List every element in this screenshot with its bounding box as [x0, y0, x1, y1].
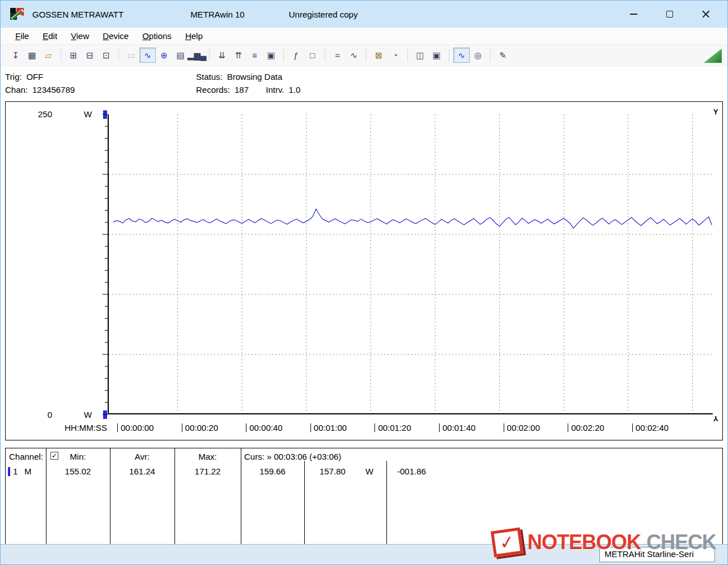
timer-button[interactable]: ◔ — [387, 48, 403, 63]
save-button[interactable]: ▦ — [24, 48, 40, 63]
x-tick-label: 00:00:20 — [182, 423, 218, 433]
table-divider — [386, 461, 387, 545]
toolbar: ↧▦▱⊞⊟⊡▭∿⊕▤▂▆▄⇊⇈≡▣ƒ□≈∿⊠◔◫▣∿◎✎ — [1, 45, 727, 66]
power-line-series — [113, 209, 712, 228]
magnifier-icon: ◎ — [474, 51, 482, 59]
menu-item-file[interactable]: File — [8, 29, 36, 43]
function-icon: ƒ — [293, 51, 298, 59]
toolbar-separator — [490, 49, 491, 62]
pc-display-button[interactable]: □ — [304, 48, 321, 63]
intrv-label: Intrv. — [266, 83, 284, 96]
x-tick-mark — [310, 423, 311, 432]
col-header-cursor: Curs: » 00:03:06 (+03:06) — [244, 452, 341, 461]
y-axis-zoom-handle-top[interactable]: Y — [713, 108, 718, 116]
toolbar-separator — [283, 49, 284, 62]
intrv-value: 1.0 — [288, 83, 300, 96]
x-tick-label: 00:02:00 — [504, 423, 540, 433]
keyboard-icon: ▭ — [127, 51, 135, 59]
export-file-button[interactable]: ⊡ — [98, 48, 114, 63]
menu-bar: FileEditViewDeviceOptionsHelp — [1, 28, 727, 45]
x-tick-label: 00:00:00 — [117, 423, 154, 433]
y-unit-top: W — [84, 109, 92, 119]
menu-item-help[interactable]: Help — [178, 29, 210, 43]
zoom-time-button[interactable]: ∿ — [453, 48, 470, 63]
device-monitor-button[interactable]: ▣ — [263, 48, 279, 63]
records-label: Records: — [196, 83, 230, 96]
x-tick-label: 00:01:20 — [374, 423, 411, 433]
chart-plot[interactable] — [108, 114, 713, 415]
watermark-word-notebook: NOTEBOOK — [527, 530, 641, 554]
maximize-button[interactable] — [652, 1, 688, 28]
cursor-unit: W — [361, 466, 378, 476]
menu-item-view[interactable]: View — [64, 29, 96, 43]
device-write-button[interactable]: ⇈ — [230, 48, 246, 63]
close-button[interactable] — [688, 1, 724, 28]
cursor1-value: 159.66 — [241, 466, 304, 476]
table-view-button[interactable]: ▤ — [172, 48, 189, 63]
device-read-button[interactable]: ⇊ — [214, 48, 230, 63]
waveform-button[interactable]: ∿ — [346, 48, 362, 63]
disk-arrow-icon: ↧ — [12, 51, 19, 59]
window-text-icon: ⊞ — [70, 51, 77, 59]
zoom-button[interactable]: ◎ — [470, 48, 486, 63]
open-button[interactable]: ▱ — [40, 48, 57, 63]
toolbar-separator — [325, 49, 325, 62]
status-value: Browsing Data — [227, 70, 283, 83]
window-controls — [615, 1, 724, 28]
print-button[interactable]: ▣ — [428, 48, 445, 63]
channel-number: 1 — [13, 466, 18, 476]
col-header-avr: Avr: — [110, 452, 174, 461]
x-tick-label: 00:02:20 — [568, 423, 604, 433]
right-gutter: Y Y — [713, 114, 722, 415]
minimize-button[interactable] — [615, 1, 652, 28]
x-tick-mark — [117, 423, 118, 432]
table-icon: ▤ — [176, 51, 184, 59]
table-divider — [110, 448, 110, 545]
window-copy-icon: ⊟ — [86, 51, 93, 59]
function-button[interactable]: ƒ — [288, 48, 304, 63]
histogram-icon: ▂▆▄ — [188, 51, 207, 59]
table-divider — [174, 448, 175, 545]
channel-color-marker — [8, 467, 10, 476]
x-tick-mark — [568, 423, 568, 432]
channel-mode: M — [24, 466, 32, 476]
copy-data-button[interactable]: ⊠ — [371, 48, 387, 63]
print-preview-button[interactable]: ◫ — [412, 48, 428, 63]
x-axis-title: HH:MM:SS — [65, 423, 107, 433]
scope-view-button[interactable]: ⊕ — [156, 48, 172, 63]
records-value: 187 — [235, 83, 249, 96]
line-chart-view-button[interactable]: ∿ — [139, 48, 156, 63]
export-clipboard-button[interactable]: ⊟ — [82, 48, 98, 63]
status-panel: Trig:OFF Chan:123456789 Status:Browsing … — [1, 66, 727, 101]
toolbar-separator — [61, 49, 61, 62]
resize-grip-triangle[interactable] — [704, 49, 722, 63]
numeric-display-button: ▭ — [123, 48, 139, 63]
histogram-view-button[interactable]: ▂▆▄ — [189, 48, 205, 63]
menu-item-device[interactable]: Device — [96, 29, 135, 43]
x-tick-label: 00:01:40 — [439, 423, 475, 433]
y-axis-gutter: 250 W 0 W — [6, 114, 108, 415]
menu-item-edit[interactable]: Edit — [36, 29, 64, 43]
col-header-max: Max: — [174, 452, 241, 461]
split-signal-button[interactable]: ≈ — [329, 48, 346, 63]
trig-value: OFF — [26, 70, 43, 83]
x-tick-mark — [374, 423, 375, 432]
cursor-delta-value: -001.86 — [397, 466, 426, 476]
device-list-button[interactable]: ≡ — [246, 48, 263, 63]
menu-item-options[interactable]: Options — [135, 29, 178, 43]
chart-frame: 250 W 0 W Y Y HH:MM:SS 00:00:0000:00:200… — [5, 101, 723, 440]
annotation-button[interactable]: ✎ — [495, 48, 511, 63]
printer-icon: ▣ — [432, 51, 440, 59]
toolbar-separator — [366, 49, 367, 62]
save-as-button[interactable]: ↧ — [7, 48, 24, 63]
check-glyph: ✓ — [498, 530, 516, 554]
folder-open-icon: ▱ — [45, 51, 52, 59]
disk-icon: ▦ — [28, 51, 36, 59]
x-axis-labels: HH:MM:SS 00:00:0000:00:2000:00:4000:01:0… — [6, 415, 722, 438]
minimize-icon — [630, 14, 637, 15]
min-value: 155.02 — [46, 466, 110, 476]
notebookcheck-check-icon: ✓ — [491, 528, 523, 558]
export-text-button[interactable]: ⊞ — [65, 48, 82, 63]
x-tick-mark — [504, 423, 504, 432]
plot-area[interactable] — [108, 114, 713, 415]
